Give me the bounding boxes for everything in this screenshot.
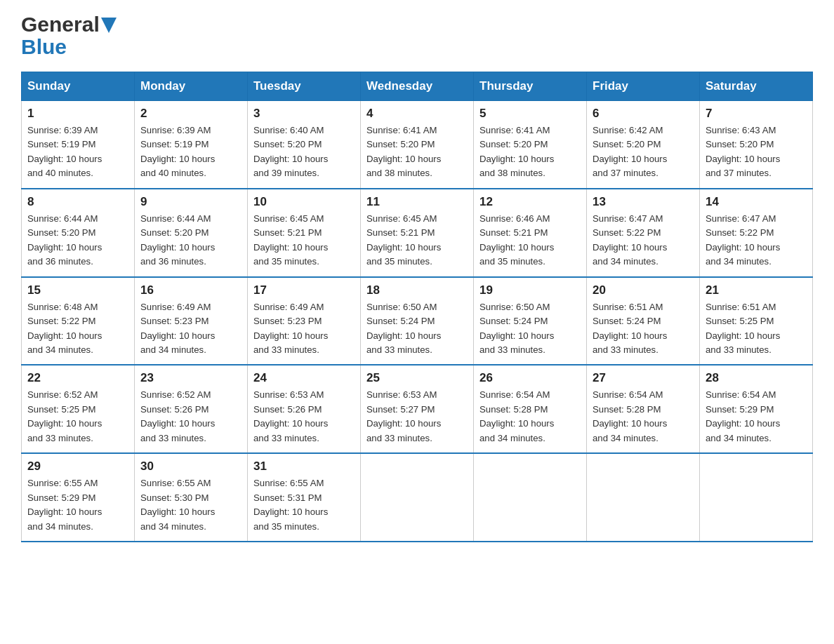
calendar-cell: 21Sunrise: 6:51 AMSunset: 5:25 PMDayligh… bbox=[700, 277, 813, 365]
col-header-tuesday: Tuesday bbox=[248, 72, 361, 101]
calendar-cell: 23Sunrise: 6:52 AMSunset: 5:26 PMDayligh… bbox=[135, 365, 248, 453]
col-header-sunday: Sunday bbox=[22, 72, 135, 101]
calendar-cell: 27Sunrise: 6:54 AMSunset: 5:28 PMDayligh… bbox=[587, 365, 700, 453]
day-info: Sunrise: 6:45 AMSunset: 5:21 PMDaylight:… bbox=[253, 212, 355, 269]
day-info: Sunrise: 6:55 AMSunset: 5:31 PMDaylight:… bbox=[253, 476, 355, 534]
logo-arrow-icon bbox=[101, 18, 117, 33]
calendar-cell: 31Sunrise: 6:55 AMSunset: 5:31 PMDayligh… bbox=[248, 453, 361, 542]
day-number: 31 bbox=[253, 459, 355, 474]
day-info: Sunrise: 6:49 AMSunset: 5:23 PMDaylight:… bbox=[253, 300, 355, 358]
calendar-cell: 8Sunrise: 6:44 AMSunset: 5:20 PMDaylight… bbox=[22, 189, 135, 277]
day-info: Sunrise: 6:51 AMSunset: 5:25 PMDaylight:… bbox=[706, 300, 807, 358]
day-number: 23 bbox=[140, 371, 241, 385]
day-number: 11 bbox=[366, 195, 468, 209]
col-header-monday: Monday bbox=[135, 72, 248, 101]
calendar-cell: 12Sunrise: 6:46 AMSunset: 5:21 PMDayligh… bbox=[474, 189, 587, 277]
calendar-cell: 18Sunrise: 6:50 AMSunset: 5:24 PMDayligh… bbox=[361, 277, 474, 365]
calendar-cell: 4Sunrise: 6:41 AMSunset: 5:20 PMDaylight… bbox=[361, 101, 474, 189]
day-info: Sunrise: 6:50 AMSunset: 5:24 PMDaylight:… bbox=[479, 300, 581, 358]
day-number: 1 bbox=[27, 107, 128, 121]
day-info: Sunrise: 6:43 AMSunset: 5:20 PMDaylight:… bbox=[706, 123, 807, 181]
day-number: 12 bbox=[479, 195, 581, 209]
day-number: 29 bbox=[27, 459, 128, 474]
calendar-cell bbox=[361, 453, 474, 542]
calendar-cell: 10Sunrise: 6:45 AMSunset: 5:21 PMDayligh… bbox=[248, 189, 361, 277]
calendar-cell: 16Sunrise: 6:49 AMSunset: 5:23 PMDayligh… bbox=[135, 277, 248, 365]
day-number: 28 bbox=[706, 371, 807, 385]
calendar-cell: 13Sunrise: 6:47 AMSunset: 5:22 PMDayligh… bbox=[587, 189, 700, 277]
calendar-cell: 24Sunrise: 6:53 AMSunset: 5:26 PMDayligh… bbox=[248, 365, 361, 453]
day-info: Sunrise: 6:40 AMSunset: 5:20 PMDaylight:… bbox=[253, 123, 355, 181]
day-number: 9 bbox=[140, 195, 241, 209]
day-info: Sunrise: 6:46 AMSunset: 5:21 PMDaylight:… bbox=[479, 212, 581, 269]
day-number: 24 bbox=[253, 371, 355, 385]
day-info: Sunrise: 6:45 AMSunset: 5:21 PMDaylight:… bbox=[366, 212, 468, 269]
calendar-cell: 3Sunrise: 6:40 AMSunset: 5:20 PMDaylight… bbox=[248, 101, 361, 189]
calendar-cell: 17Sunrise: 6:49 AMSunset: 5:23 PMDayligh… bbox=[248, 277, 361, 365]
day-number: 6 bbox=[593, 107, 694, 121]
calendar-cell: 26Sunrise: 6:54 AMSunset: 5:28 PMDayligh… bbox=[474, 365, 587, 453]
calendar-cell: 11Sunrise: 6:45 AMSunset: 5:21 PMDayligh… bbox=[361, 189, 474, 277]
day-info: Sunrise: 6:55 AMSunset: 5:30 PMDaylight:… bbox=[140, 476, 241, 534]
day-number: 10 bbox=[253, 195, 355, 209]
day-info: Sunrise: 6:53 AMSunset: 5:27 PMDaylight:… bbox=[366, 388, 468, 445]
day-number: 17 bbox=[253, 283, 355, 297]
calendar-cell: 1Sunrise: 6:39 AMSunset: 5:19 PMDaylight… bbox=[22, 101, 135, 189]
calendar-cell: 22Sunrise: 6:52 AMSunset: 5:25 PMDayligh… bbox=[22, 365, 135, 453]
calendar-cell: 28Sunrise: 6:54 AMSunset: 5:29 PMDayligh… bbox=[700, 365, 813, 453]
day-number: 18 bbox=[366, 283, 468, 297]
day-info: Sunrise: 6:52 AMSunset: 5:25 PMDaylight:… bbox=[27, 388, 128, 445]
day-number: 2 bbox=[140, 107, 241, 121]
col-header-wednesday: Wednesday bbox=[361, 72, 474, 101]
day-info: Sunrise: 6:52 AMSunset: 5:26 PMDaylight:… bbox=[140, 388, 241, 445]
day-number: 5 bbox=[479, 107, 581, 121]
day-info: Sunrise: 6:55 AMSunset: 5:29 PMDaylight:… bbox=[27, 476, 128, 534]
day-number: 13 bbox=[593, 195, 694, 209]
day-info: Sunrise: 6:51 AMSunset: 5:24 PMDaylight:… bbox=[593, 300, 694, 358]
day-info: Sunrise: 6:39 AMSunset: 5:19 PMDaylight:… bbox=[27, 123, 128, 181]
day-info: Sunrise: 6:54 AMSunset: 5:29 PMDaylight:… bbox=[706, 388, 807, 445]
logo: General Blue bbox=[21, 14, 117, 58]
calendar-cell: 14Sunrise: 6:47 AMSunset: 5:22 PMDayligh… bbox=[700, 189, 813, 277]
day-number: 21 bbox=[706, 283, 807, 297]
day-number: 27 bbox=[593, 371, 694, 385]
day-info: Sunrise: 6:44 AMSunset: 5:20 PMDaylight:… bbox=[27, 212, 128, 269]
day-info: Sunrise: 6:44 AMSunset: 5:20 PMDaylight:… bbox=[140, 212, 241, 269]
calendar-cell: 20Sunrise: 6:51 AMSunset: 5:24 PMDayligh… bbox=[587, 277, 700, 365]
col-header-friday: Friday bbox=[587, 72, 700, 101]
day-number: 15 bbox=[27, 283, 128, 297]
calendar-week-row: 1Sunrise: 6:39 AMSunset: 5:19 PMDaylight… bbox=[22, 101, 813, 189]
day-number: 4 bbox=[366, 107, 468, 121]
day-number: 8 bbox=[27, 195, 128, 209]
day-number: 7 bbox=[706, 107, 807, 121]
page-header: General Blue bbox=[21, 14, 813, 58]
calendar-cell: 5Sunrise: 6:41 AMSunset: 5:20 PMDaylight… bbox=[474, 101, 587, 189]
day-number: 20 bbox=[593, 283, 694, 297]
logo-blue-text: Blue bbox=[21, 36, 67, 58]
day-info: Sunrise: 6:42 AMSunset: 5:20 PMDaylight:… bbox=[593, 123, 694, 181]
day-info: Sunrise: 6:54 AMSunset: 5:28 PMDaylight:… bbox=[479, 388, 581, 445]
calendar-cell: 15Sunrise: 6:48 AMSunset: 5:22 PMDayligh… bbox=[22, 277, 135, 365]
day-info: Sunrise: 6:47 AMSunset: 5:22 PMDaylight:… bbox=[706, 212, 807, 269]
calendar-cell: 29Sunrise: 6:55 AMSunset: 5:29 PMDayligh… bbox=[22, 453, 135, 542]
day-number: 3 bbox=[253, 107, 355, 121]
calendar-week-row: 22Sunrise: 6:52 AMSunset: 5:25 PMDayligh… bbox=[22, 365, 813, 453]
day-number: 30 bbox=[140, 459, 241, 474]
calendar-week-row: 8Sunrise: 6:44 AMSunset: 5:20 PMDaylight… bbox=[22, 189, 813, 277]
calendar-cell: 6Sunrise: 6:42 AMSunset: 5:20 PMDaylight… bbox=[587, 101, 700, 189]
calendar-cell: 9Sunrise: 6:44 AMSunset: 5:20 PMDaylight… bbox=[135, 189, 248, 277]
svg-marker-0 bbox=[101, 18, 117, 33]
day-info: Sunrise: 6:49 AMSunset: 5:23 PMDaylight:… bbox=[140, 300, 241, 358]
day-number: 22 bbox=[27, 371, 128, 385]
day-info: Sunrise: 6:48 AMSunset: 5:22 PMDaylight:… bbox=[27, 300, 128, 358]
day-info: Sunrise: 6:54 AMSunset: 5:28 PMDaylight:… bbox=[593, 388, 694, 445]
calendar-week-row: 15Sunrise: 6:48 AMSunset: 5:22 PMDayligh… bbox=[22, 277, 813, 365]
calendar-table: SundayMondayTuesdayWednesdayThursdayFrid… bbox=[21, 72, 813, 542]
col-header-saturday: Saturday bbox=[700, 72, 813, 101]
day-number: 25 bbox=[366, 371, 468, 385]
calendar-cell: 2Sunrise: 6:39 AMSunset: 5:19 PMDaylight… bbox=[135, 101, 248, 189]
calendar-cell: 7Sunrise: 6:43 AMSunset: 5:20 PMDaylight… bbox=[700, 101, 813, 189]
day-info: Sunrise: 6:41 AMSunset: 5:20 PMDaylight:… bbox=[366, 123, 468, 181]
col-header-thursday: Thursday bbox=[474, 72, 587, 101]
calendar-cell bbox=[474, 453, 587, 542]
